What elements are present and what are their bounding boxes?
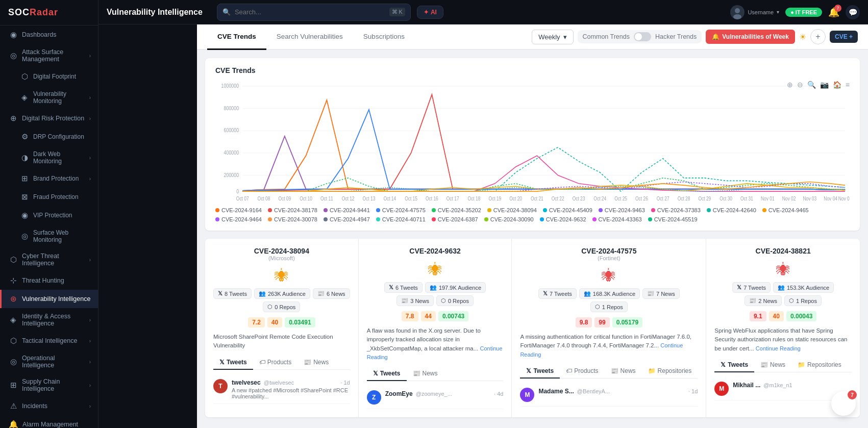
tab-subscriptions[interactable]: Subscriptions <box>353 24 415 50</box>
tweet-avatar-cve-47575: M <box>520 388 534 402</box>
camera-icon[interactable]: 📷 <box>820 81 829 89</box>
sidebar-icon-identity-access: ◈ <box>9 315 18 324</box>
sidebar-item-threat-hunting[interactable]: ⊹ Threat Hunting <box>0 271 98 290</box>
tweet-item-cve-38094: T twelvesec @twelvesec · 1d A new #patch… <box>213 375 350 404</box>
cve-header-cve-47575: CVE-2024-47575 (Fortinet) <box>520 247 698 261</box>
cve-badge[interactable]: CVE + <box>830 31 858 43</box>
sidebar-icon-dashboards: ◉ <box>9 30 18 39</box>
hacker-trends-label: Hacker Trends <box>655 33 697 40</box>
sidebar-item-dark-web[interactable]: ◑ Dark Web Monitoring › <box>0 146 98 169</box>
legend-item-cve-35202: CVE-2024-35202 <box>432 207 481 213</box>
float-chat-button[interactable]: ? 7 <box>831 391 856 416</box>
cve-tab-repositories-cve-38821[interactable]: 📁 Repositories <box>791 358 848 372</box>
ai-button[interactable]: ✦ AI <box>417 6 443 19</box>
cve-tab-tweets-cve-38094[interactable]: 𝕏 Tweets <box>213 356 253 370</box>
legend-dot-cve-43363 <box>592 217 597 221</box>
audience-stat-cve-9632: 👥 197.9K Audience <box>425 282 486 293</box>
tweet-time-cve-9632: · 4d <box>494 391 503 397</box>
period-chevron-icon: ▾ <box>563 33 567 41</box>
cve-tab-tweets-cve-9632[interactable]: 𝕏 Tweets <box>367 367 407 381</box>
repos-stat-cve-9632: ⬡ 0 Repos <box>436 295 474 306</box>
sidebar-item-surface-web[interactable]: ◎ Surface Web Monitoring <box>0 224 98 248</box>
page-title: Vulnerability Intelligence <box>107 8 203 17</box>
sidebar-item-vip-protection[interactable]: ◉ VIP Protection <box>0 206 98 224</box>
legend-item-cve-9463: CVE-2024-9463 <box>599 207 645 213</box>
continue-reading-link-cve-9632[interactable]: Continue Reading <box>367 345 503 360</box>
svg-text:Oct 09: Oct 09 <box>278 195 291 202</box>
sidebar-item-fraud-protection[interactable]: ⊠ Fraud Protection <box>0 188 98 206</box>
tweet-username-cve-47575: Madame S... <box>538 388 574 395</box>
search-bar[interactable]: 🔍 ⌘ K <box>217 4 411 21</box>
sidebar-icon-surface-web: ◎ <box>20 232 29 241</box>
tab-search-vulns[interactable]: Search Vulnerabilities <box>266 24 353 50</box>
repos-icon-cve-47575: ⬡ <box>595 304 600 310</box>
cve-tab-products-cve-47575[interactable]: 🏷 Products <box>560 364 604 379</box>
sidebar-label-digital-risk: Digital Risk Protection <box>22 115 85 122</box>
hacker-trends-toggle[interactable] <box>634 32 651 41</box>
news-stat-cve-38094: 📰 6 News <box>313 288 350 299</box>
svg-text:Oct 27: Oct 27 <box>657 195 669 202</box>
zoom-reset-icon[interactable]: 🔍 <box>807 81 816 89</box>
svg-text:Oct 30: Oct 30 <box>720 195 732 202</box>
svg-text:Oct 16: Oct 16 <box>426 195 438 202</box>
continue-reading-link-cve-38821[interactable]: Continue Reading <box>756 345 801 351</box>
sidebar-icon-alarm-management: 🔔 <box>9 420 18 428</box>
legend-label-cve-30090: CVE-2024-30090 <box>490 216 534 222</box>
sidebar-item-cyber-threat[interactable]: ⬡ Cyber Threat Intelligence › <box>0 248 98 271</box>
search-input[interactable] <box>235 8 385 16</box>
sidebar-icon-threat-hunting: ⊹ <box>9 276 18 285</box>
sidebar-item-identity-access[interactable]: ◈ Identity & Access Intelligence › <box>0 308 98 332</box>
svg-point-1 <box>733 14 741 19</box>
tab-cve-trends[interactable]: CVE Trends <box>207 24 266 50</box>
notifications-bell[interactable]: 🔔 7 <box>828 7 839 18</box>
sidebar-item-incidents[interactable]: ⚠ Incidents › <box>0 397 98 415</box>
cve-tab-news-cve-9632[interactable]: 📰 News <box>407 367 444 381</box>
vulnerabilities-week-button[interactable]: 🔔 Vulnerabilities of Week <box>706 30 795 44</box>
cve-tab-repositories-cve-47575[interactable]: 📁 Repositories <box>642 364 698 379</box>
cve-tab-news-cve-38094[interactable]: 📰 News <box>297 356 335 370</box>
svg-text:Oct 24: Oct 24 <box>593 195 606 202</box>
sidebar-item-digital-risk[interactable]: ⊕ Digital Risk Protection › <box>0 109 98 128</box>
tweets-stat-cve-38094: 𝕏 8 Tweets <box>213 288 252 299</box>
zoom-out-icon[interactable]: ⊖ <box>797 81 803 89</box>
sidebar-item-dashboards[interactable]: ◉ Dashboards <box>0 26 98 44</box>
home-icon[interactable]: 🏠 <box>833 81 841 89</box>
cve-tab-tweets-cve-38821[interactable]: 𝕏 Tweets <box>714 358 754 372</box>
cvss-score-cve-38821: 9.1 <box>750 311 766 321</box>
cve-tab-tweets-cve-47575[interactable]: 𝕏 Tweets <box>520 364 560 379</box>
sidebar-label-fraud-protection: Fraud Protection <box>33 193 91 200</box>
sidebar-item-supply-chain[interactable]: ⊞ Supply Chain Intelligence › <box>0 373 98 397</box>
continue-reading-link-cve-47575[interactable]: Continue Reading <box>520 342 683 357</box>
legend-label-cve-9632: CVE-2024-9632 <box>546 216 586 222</box>
cve-tab-products-cve-38094[interactable]: 🏷 Products <box>253 356 297 370</box>
repos-icon-cve-38821: ⬡ <box>789 297 794 304</box>
sidebar-item-drp-config[interactable]: ⚙ DRP Configuration <box>0 128 98 146</box>
sidebar-item-operational-intel[interactable]: ◎ Operational Intelligence › <box>0 350 98 373</box>
svg-text:Oct 19: Oct 19 <box>488 195 501 202</box>
sidebar-item-digital-footprint[interactable]: ⬡ Digital Footprint <box>0 67 98 86</box>
legend-dot-cve-9464 <box>215 217 219 221</box>
period-select[interactable]: Weekly ▾ <box>532 30 573 44</box>
chat-button[interactable]: 💬 <box>846 5 860 19</box>
bell-badge: 7 <box>834 5 841 12</box>
sidebar-item-attack-surface[interactable]: ◎ Attack Surface Management › <box>0 44 98 67</box>
sidebar-item-vulnerability-monitoring[interactable]: ◈ Vulnerability Monitoring › <box>0 86 98 109</box>
user-menu[interactable]: Username ▾ <box>730 5 779 19</box>
audience-stat-cve-47575: 👥 168.3K Audience <box>579 288 640 299</box>
sidebar-item-alarm-management[interactable]: 🔔 Alarm Management <box>0 415 98 428</box>
sidebar-item-tactical-intel[interactable]: ⬡ Tactical Intelligence › <box>0 332 98 350</box>
add-icon[interactable]: + <box>810 29 826 44</box>
tweet-text-cve-38094: A new #patched #Microsoft #SharePoint #R… <box>232 387 350 399</box>
status-badge: ● IT FREE <box>785 8 822 17</box>
sidebar-icon-vulnerability-intel: ⊛ <box>9 294 18 304</box>
legend-dot-cve-9632 <box>540 217 544 221</box>
cve-tab-news-cve-47575[interactable]: 📰 News <box>605 364 642 379</box>
sidebar-item-vulnerability-intel[interactable]: ⊛ Vulnerability Intelligence <box>0 290 98 308</box>
score-badges-cve-9632: 7.8 44 0.00743 <box>367 311 504 321</box>
sidebar-item-brand-protection[interactable]: ⊞ Brand Protection › <box>0 169 98 188</box>
menu-icon[interactable]: ≡ <box>846 81 850 89</box>
cve-tab-news-cve-38821[interactable]: 📰 News <box>754 358 791 372</box>
sun-icon[interactable]: ☀ <box>799 32 806 42</box>
cve-tabs-cve-38094: 𝕏 Tweets 🏷 Products 📰 News <box>213 356 350 370</box>
zoom-in-icon[interactable]: ⊕ <box>787 81 793 89</box>
